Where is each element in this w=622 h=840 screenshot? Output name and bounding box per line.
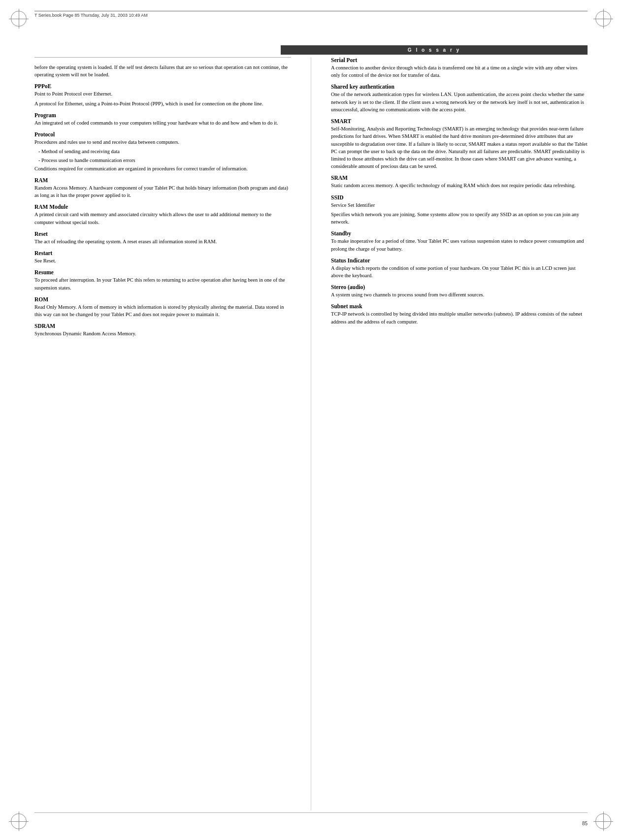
entry-Resume: Resume To proceed after interruption. In… — [34, 269, 291, 291]
title-RAM: RAM — [34, 177, 291, 183]
entry-Stereo: Stereo (audio) A system using two channe… — [331, 284, 588, 298]
intro-text: before the operating system is loaded. I… — [34, 64, 291, 78]
page: T Series.book Page 85 Thursday, July 31,… — [0, 0, 622, 840]
glossary-label: G l o s s a r y — [408, 47, 460, 53]
Protocol-bullet2: - Process used to handle communication e… — [34, 157, 291, 164]
Protocol-extra: Conditions required for communication ar… — [34, 165, 291, 172]
title-Reset: Reset — [34, 231, 291, 237]
entry-Restart: Restart See Reset. — [34, 250, 291, 264]
PPPoE-p1: Point to Point Protocol over Ethernet. — [34, 90, 291, 97]
title-SSID: SSID — [331, 194, 588, 200]
ROM-p1: Read Only Memory. A form of memory in wh… — [34, 303, 291, 318]
Protocol-bullet1: - Method of sending and receiving data — [34, 148, 291, 155]
bottom-rule — [34, 812, 588, 813]
Program-p1: An integrated set of coded commands to y… — [34, 119, 291, 127]
page-number: 85 — [582, 821, 588, 826]
entry-SubnetMask: Subnet mask TCP-IP network is controlled… — [331, 303, 588, 325]
glossary-bar: G l o s s a r y — [281, 45, 588, 55]
entry-Protocol: Protocol Procedures and rules use to sen… — [34, 131, 291, 172]
entry-SRAM: SRAM Static random access memory. A spec… — [331, 175, 588, 189]
corner-mark-tl — [9, 9, 29, 29]
title-StatusIndicator: Status Indicator — [331, 258, 588, 263]
title-Stereo: Stereo (audio) — [331, 284, 588, 290]
corner-mark-bl — [9, 811, 29, 831]
Standby-p1: To make inoperative for a period of time… — [331, 237, 588, 252]
StatusIndicator-p1: A display which reports the condition of… — [331, 264, 588, 279]
entry-Program: Program An integrated set of coded comma… — [34, 112, 291, 127]
title-Resume: Resume — [34, 269, 291, 275]
SDRAM-p1: Synchronous Dynamic Random Access Memory… — [34, 330, 291, 337]
entry-SSID: SSID Service Set Identifier Specifies wh… — [331, 194, 588, 226]
entry-Standby: Standby To make inoperative for a period… — [331, 230, 588, 252]
PPPoE-p2: A protocol for Ethernet, using a Point-t… — [34, 100, 291, 107]
title-Program: Program — [34, 112, 291, 118]
intro-entry: before the operating system is loaded. I… — [34, 64, 291, 78]
content-area: before the operating system is loaded. I… — [34, 57, 588, 810]
SerialPort-p1: A connection to another device through w… — [331, 64, 588, 79]
SharedKey-p1: One of the network authentication types … — [331, 91, 588, 113]
title-SubnetMask: Subnet mask — [331, 303, 588, 309]
top-rule — [34, 57, 291, 58]
Reset-p1: The act of reloading the operating syste… — [34, 238, 291, 245]
entry-SerialPort: Serial Port A connection to another devi… — [331, 57, 588, 79]
right-column: Serial Port A connection to another devi… — [326, 57, 588, 810]
left-column: before the operating system is loaded. I… — [34, 57, 296, 810]
title-PPPoE: PPPoE — [34, 83, 291, 89]
title-SDRAM: SDRAM — [34, 323, 291, 329]
entry-PPPoE: PPPoE Point to Point Protocol over Ether… — [34, 83, 291, 107]
RAMModule-p1: A printed circuit card with memory and a… — [34, 211, 291, 226]
title-ROM: ROM — [34, 296, 291, 302]
title-Restart: Restart — [34, 250, 291, 256]
file-header: T Series.book Page 85 Thursday, July 31,… — [34, 11, 588, 18]
Stereo-p1: A system using two channels to process s… — [331, 291, 588, 298]
SSID-p1: Service Set Identifier — [331, 201, 588, 209]
title-SMART: SMART — [331, 118, 588, 124]
SRAM-p1: Static random access memory. A specific … — [331, 182, 588, 189]
SMART-p1: Self-Monitoring, Analysis and Reporting … — [331, 125, 588, 170]
SSID-p2: Specifies which network you are joining.… — [331, 211, 588, 226]
entry-RAM: RAM Random Access Memory. A hardware com… — [34, 177, 291, 199]
entry-SDRAM: SDRAM Synchronous Dynamic Random Access … — [34, 323, 291, 337]
Restart-p1: See Reset. — [34, 257, 291, 264]
title-RAMModule: RAM Module — [34, 204, 291, 210]
Protocol-p1: Procedures and rules use to send and rec… — [34, 138, 291, 146]
entry-StatusIndicator: Status Indicator A display which reports… — [331, 258, 588, 279]
entry-Reset: Reset The act of reloading the operating… — [34, 231, 291, 245]
entry-SharedKey: Shared key authentication One of the net… — [331, 84, 588, 113]
column-separator — [311, 57, 311, 810]
entry-SMART: SMART Self-Monitoring, Analysis and Repo… — [331, 118, 588, 170]
title-SerialPort: Serial Port — [331, 57, 588, 63]
file-header-text: T Series.book Page 85 Thursday, July 31,… — [34, 13, 148, 18]
title-SharedKey: Shared key authentication — [331, 84, 588, 90]
title-SRAM: SRAM — [331, 175, 588, 181]
entry-RAMModule: RAM Module A printed circuit card with m… — [34, 204, 291, 226]
Resume-p1: To proceed after interruption. In your T… — [34, 276, 291, 291]
SubnetMask-p1: TCP-IP network is controlled by being di… — [331, 310, 588, 325]
corner-mark-br — [593, 811, 613, 831]
RAM-p1: Random Access Memory. A hardware compone… — [34, 184, 291, 199]
title-Standby: Standby — [331, 230, 588, 236]
corner-mark-tr — [593, 9, 613, 29]
title-Protocol: Protocol — [34, 131, 291, 137]
entry-ROM: ROM Read Only Memory. A form of memory i… — [34, 296, 291, 318]
